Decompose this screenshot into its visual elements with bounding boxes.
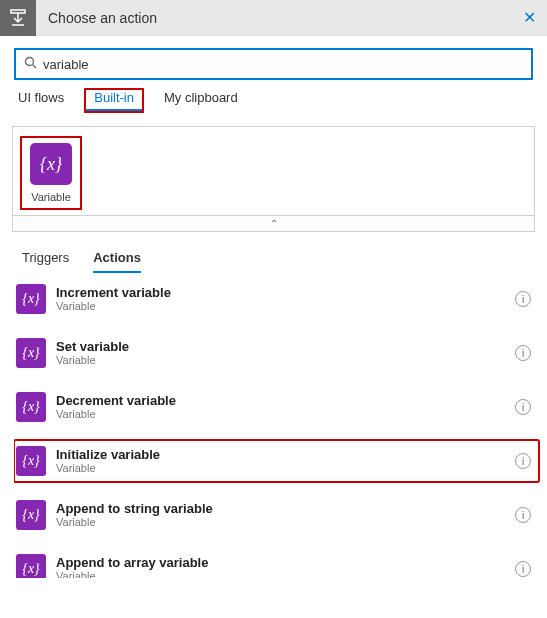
- action-item[interactable]: {x}Append to string variableVariablei: [14, 494, 539, 536]
- action-list[interactable]: {x}Increment variableVariablei{x}Set var…: [14, 278, 543, 578]
- close-icon: ✕: [523, 8, 536, 27]
- chevron-up-icon: ⌃: [270, 218, 278, 229]
- info-icon[interactable]: i: [515, 561, 531, 577]
- tab-ui-flows[interactable]: UI flows: [18, 90, 64, 109]
- action-subtitle: Variable: [56, 408, 505, 421]
- info-icon[interactable]: i: [515, 399, 531, 415]
- collapse-toggle[interactable]: ⌃: [12, 216, 535, 232]
- action-text: Decrement variableVariable: [56, 393, 505, 422]
- variable-icon: {x}: [16, 446, 46, 476]
- action-item[interactable]: {x}Append to array variableVariablei: [14, 548, 539, 578]
- action-subtitle: Variable: [56, 300, 505, 313]
- action-text: Set variableVariable: [56, 339, 505, 368]
- action-name: Increment variable: [56, 285, 505, 301]
- tab-built-in[interactable]: Built-in: [86, 90, 142, 111]
- connector-tabs: UI flows Built-in My clipboard: [0, 90, 547, 120]
- tab-my-clipboard[interactable]: My clipboard: [164, 90, 238, 109]
- connector-grid: {x} Variable: [12, 126, 535, 216]
- action-name: Append to array variable: [56, 555, 505, 571]
- info-icon[interactable]: i: [515, 291, 531, 307]
- action-text: Append to string variableVariable: [56, 501, 505, 530]
- dialog-header: Choose an action ✕: [0, 0, 547, 36]
- variable-icon: {x}: [16, 338, 46, 368]
- action-text: Append to array variableVariable: [56, 555, 505, 578]
- action-text: Increment variableVariable: [56, 285, 505, 314]
- info-icon[interactable]: i: [515, 345, 531, 361]
- action-list-container: {x}Increment variableVariablei{x}Set var…: [14, 278, 543, 578]
- variable-icon: {x}: [16, 392, 46, 422]
- triggers-actions-tabs: Triggers Actions: [0, 232, 547, 272]
- close-button[interactable]: ✕: [511, 0, 547, 36]
- action-name: Initialize variable: [56, 447, 505, 463]
- action-item[interactable]: {x}Increment variableVariablei: [14, 278, 539, 320]
- connector-variable[interactable]: {x} Variable: [23, 139, 79, 207]
- search-box[interactable]: [14, 48, 533, 80]
- svg-rect-0: [11, 10, 25, 13]
- dialog-title: Choose an action: [36, 10, 511, 26]
- connector-label: Variable: [27, 191, 75, 203]
- svg-line-3: [33, 65, 37, 69]
- action-picker-icon: [0, 0, 36, 36]
- action-name: Set variable: [56, 339, 505, 355]
- action-name: Decrement variable: [56, 393, 505, 409]
- search-input[interactable]: [43, 57, 523, 72]
- search-icon: [24, 56, 37, 72]
- action-item[interactable]: {x}Decrement variableVariablei: [14, 386, 539, 428]
- action-subtitle: Variable: [56, 354, 505, 367]
- info-icon[interactable]: i: [515, 453, 531, 469]
- variable-icon: {x}: [16, 500, 46, 530]
- variable-icon: {x}: [16, 284, 46, 314]
- tab-triggers[interactable]: Triggers: [22, 250, 69, 271]
- action-text: Initialize variableVariable: [56, 447, 505, 476]
- action-subtitle: Variable: [56, 570, 505, 578]
- variable-icon: {x}: [30, 143, 72, 185]
- action-item[interactable]: {x}Initialize variableVariablei: [14, 440, 539, 482]
- action-subtitle: Variable: [56, 462, 505, 475]
- action-subtitle: Variable: [56, 516, 505, 529]
- variable-icon: {x}: [16, 554, 46, 578]
- info-icon[interactable]: i: [515, 507, 531, 523]
- action-item[interactable]: {x}Set variableVariablei: [14, 332, 539, 374]
- svg-point-2: [26, 58, 34, 66]
- tab-actions[interactable]: Actions: [93, 250, 141, 273]
- action-name: Append to string variable: [56, 501, 505, 517]
- search-container: [0, 36, 547, 90]
